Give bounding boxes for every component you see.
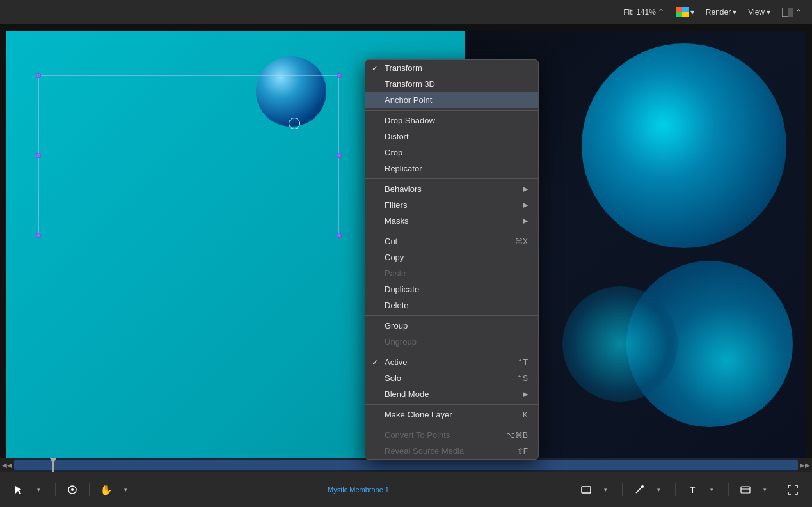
view-label: View <box>748 8 765 17</box>
menu-item-label: Crop <box>385 148 402 157</box>
pen-tool-chevron[interactable]: ▾ <box>649 482 667 497</box>
menu-separator <box>365 231 538 231</box>
menu-item-cut[interactable]: Cut⌘X <box>365 233 538 249</box>
svg-rect-5 <box>788 8 793 17</box>
menu-item-label: Ungroup <box>385 337 417 347</box>
menu-item-copy[interactable]: Copy <box>365 249 538 265</box>
handle-tr[interactable] <box>337 73 342 78</box>
svg-rect-12 <box>741 487 750 493</box>
handle-bl[interactable] <box>36 233 41 238</box>
svg-rect-2 <box>676 12 682 17</box>
fit-label: Fit: 141% <box>623 8 656 17</box>
menu-item-make-clone-layer[interactable]: Make Clone LayerK <box>365 407 538 423</box>
timeline-playhead[interactable] <box>52 458 54 472</box>
menu-separator <box>365 404 538 405</box>
svg-rect-9 <box>582 487 591 493</box>
menu-item-blend-mode[interactable]: Blend Mode▶ <box>365 386 538 402</box>
timeline-bar: ◀◀ ▶▶ <box>0 458 812 472</box>
shape-tool-chevron[interactable]: ▾ <box>596 482 614 497</box>
menu-item-label: Cut <box>385 237 397 246</box>
menu-item-transform3d[interactable]: Transform 3D <box>365 76 538 92</box>
hand-tool-group: ✋ ▾ <box>97 482 134 497</box>
menu-item-shortcut: ⇧F <box>517 447 528 456</box>
pen-tool-icon <box>634 485 644 495</box>
clip-label: Mystic Membrane 1 <box>328 486 389 494</box>
window-icon <box>782 8 793 17</box>
svg-marker-6 <box>15 486 22 494</box>
menu-item-label: Group <box>385 321 408 331</box>
menu-item-active[interactable]: ✓Active⌃T <box>365 354 538 370</box>
fullscreen-button[interactable] <box>784 482 802 497</box>
menu-item-shortcut: K <box>523 410 528 419</box>
pen-tool-group: ▾ <box>630 482 667 497</box>
menu-item-group[interactable]: Group <box>365 318 538 334</box>
view-tool[interactable] <box>736 482 754 497</box>
menu-item-duplicate[interactable]: Duplicate <box>365 281 538 297</box>
menu-item-distort[interactable]: Distort <box>365 129 538 144</box>
view-tool-chevron[interactable]: ▾ <box>756 482 774 497</box>
pen-tool[interactable] <box>630 482 648 497</box>
render-menu[interactable]: Render ▾ <box>706 8 736 17</box>
menu-item-label: Make Clone Layer <box>385 410 452 419</box>
text-tool[interactable]: T <box>683 482 701 497</box>
handle-br[interactable] <box>337 233 342 238</box>
menu-item-shortcut: ⌃S <box>516 374 528 383</box>
menu-item-convert-to-points: Convert To Points⌥⌘B <box>365 427 538 443</box>
path-tool-icon <box>67 485 77 495</box>
menu-item-replicator[interactable]: Replicator <box>365 160 538 176</box>
render-chevron: ▾ <box>733 8 736 17</box>
arrow-tool-chevron[interactable]: ▾ <box>29 482 47 497</box>
menu-item-delete[interactable]: Delete <box>365 297 538 313</box>
menu-item-label: Convert To Points <box>385 430 450 440</box>
menu-separator <box>365 352 538 352</box>
handle-ml[interactable] <box>36 153 41 158</box>
view-menu[interactable]: View ▾ <box>748 8 770 17</box>
tool-sep-5 <box>728 483 729 496</box>
blue-sphere-large <box>582 43 786 248</box>
handle-tl[interactable] <box>36 73 41 78</box>
menu-item-label: Behaviors <box>385 184 422 194</box>
menu-item-crop[interactable]: Crop <box>365 144 538 160</box>
fit-control[interactable]: Fit: 141% ⌃ <box>623 8 664 17</box>
menu-item-label: Transform 3D <box>385 79 435 89</box>
menu-item-shortcut: ⌃T <box>517 358 528 367</box>
svg-line-10 <box>636 487 642 493</box>
handle-mr[interactable] <box>337 153 342 158</box>
menu-item-behaviors[interactable]: Behaviors▶ <box>365 181 538 197</box>
color-picker[interactable]: ▾ <box>676 7 694 17</box>
shape-tool-icon <box>581 485 591 495</box>
menu-separator <box>365 178 538 179</box>
menu-item-drop-shadow[interactable]: Drop Shadow <box>365 113 538 129</box>
tool-sep-1 <box>55 483 56 496</box>
svg-point-11 <box>641 485 644 488</box>
svg-rect-1 <box>682 7 689 12</box>
tool-sep-3 <box>622 483 623 496</box>
window-toggle[interactable]: ⌃ <box>782 8 802 17</box>
shape-tool[interactable] <box>577 482 595 497</box>
menu-item-label: Filters <box>385 200 407 210</box>
hand-tool-chevron[interactable]: ▾ <box>116 482 134 497</box>
menu-item-transform[interactable]: ✓Transform <box>365 60 538 76</box>
bottombar: ▾ ✋ ▾ Mystic Membrane 1 ▾ <box>0 472 812 507</box>
text-tool-chevron[interactable]: ▾ <box>703 482 720 497</box>
checkmark-icon: ✓ <box>372 64 378 73</box>
menu-item-label: Blend Mode <box>385 389 429 399</box>
view-tool-icon <box>740 485 751 495</box>
menu-item-filters[interactable]: Filters▶ <box>365 197 538 213</box>
menu-item-label: Duplicate <box>385 285 419 294</box>
timeline-start-button[interactable]: ◀◀ <box>0 458 14 472</box>
hand-tool[interactable]: ✋ <box>97 482 115 497</box>
arrow-tool[interactable] <box>10 482 28 497</box>
menu-item-solo[interactable]: Solo⌃S <box>365 370 538 386</box>
path-tool[interactable] <box>63 482 81 497</box>
checkmark-icon: ✓ <box>372 358 378 367</box>
menu-item-anchor-point[interactable]: Anchor Point <box>365 92 538 108</box>
view-tool-group: ▾ <box>736 482 774 497</box>
menu-item-label: Paste <box>385 269 406 278</box>
menu-item-masks[interactable]: Masks▶ <box>365 213 538 229</box>
menu-item-label: Copy <box>385 253 404 262</box>
timeline-end-button[interactable]: ▶▶ <box>798 458 812 472</box>
submenu-arrow-icon: ▶ <box>523 217 528 225</box>
text-tool-group: T ▾ <box>683 482 720 497</box>
timeline-track[interactable] <box>14 458 798 472</box>
